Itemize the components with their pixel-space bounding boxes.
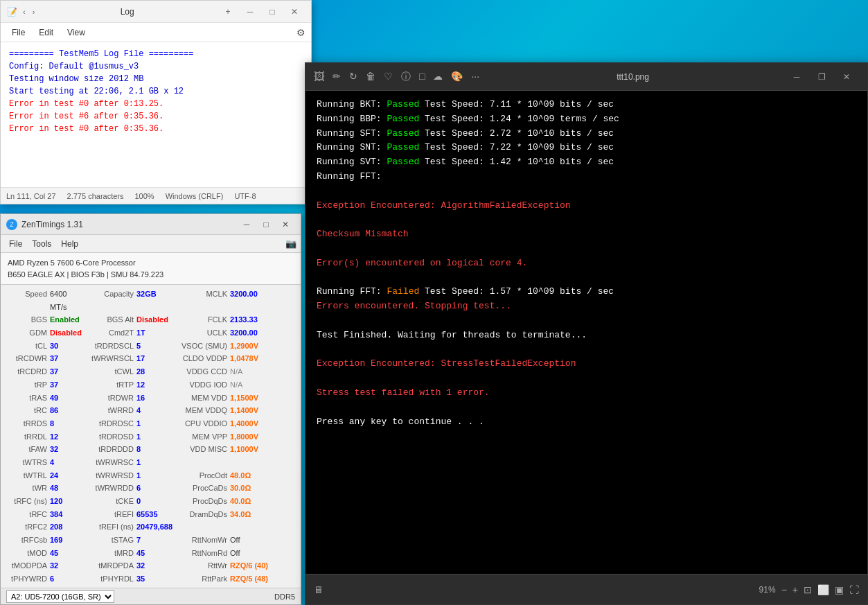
zt-label: tCKE — [85, 495, 136, 508]
zoom-level-text: 91% — [759, 585, 776, 595]
nav-forward-button[interactable]: › — [30, 6, 38, 17]
zt-cpu-info: AMD Ryzen 5 7600 6-Core Processor B650 E… — [1, 253, 301, 285]
memory-slot-select[interactable]: A2: UD5-7200 (16GB, SR) — [6, 590, 114, 603]
zt-label: tWRWRDD — [85, 482, 136, 495]
zt-value: 1 — [136, 430, 168, 444]
zt-label: RttWr — [168, 559, 230, 572]
zt-label: tRAS — [5, 392, 50, 405]
cloud-icon[interactable]: ☁ — [431, 69, 445, 85]
zt-label: tSTAG — [85, 534, 136, 547]
zt-value: 7 — [136, 534, 168, 547]
iv-minimize-button[interactable]: ─ — [784, 64, 809, 89]
zt-value: 384 — [50, 508, 85, 521]
zt-label: tWRRD — [85, 404, 136, 417]
zt-maximize-button[interactable]: □ — [256, 215, 276, 234]
more-icon[interactable]: ··· — [469, 69, 481, 85]
edit-icon[interactable]: ✏ — [330, 69, 343, 85]
table-row: tRC 86 tWRRD 4 MEM VDDQ 1,1400V — [5, 404, 296, 417]
terminal-fft-result: Running FFT: Failed Test Speed: 1.57 * 1… — [317, 285, 856, 299]
table-row: tRFCsb 169 tSTAG 7 RttNomWr Off — [5, 534, 296, 547]
zt-value: 1,1500V — [230, 392, 268, 405]
zt-label: tRDRDDD — [85, 443, 136, 456]
zt-value: 37 — [50, 365, 85, 378]
terminal-stopping: Errors encountered. Stopping test... — [317, 299, 856, 314]
zt-value: 30 — [50, 340, 85, 353]
zt-value: 0 — [136, 495, 168, 508]
close-button[interactable]: ✕ — [283, 1, 305, 23]
zt-value: 1,2900V — [230, 340, 268, 353]
zt-label: CPU VDDIO — [168, 417, 230, 430]
zt-value: 32GB — [136, 288, 168, 313]
heart-icon[interactable]: ♡ — [382, 69, 395, 85]
table-row: tMODPDA 32 tMRDPDA 32 RttWr RZQ/6 (40) — [5, 559, 296, 572]
notepad-nav[interactable]: ‹ › — [20, 6, 37, 17]
zt-close-button[interactable]: ✕ — [276, 215, 295, 234]
iv-close-button[interactable]: ✕ — [834, 64, 859, 89]
zt-menu-help[interactable]: Help — [57, 237, 82, 251]
zt-label: VDDG CCD — [168, 365, 230, 378]
zt-label: ProcOdt — [168, 469, 230, 482]
menu-view[interactable]: View — [62, 25, 91, 40]
zt-label: tMODPDA — [5, 559, 50, 572]
zoom-in-icon[interactable]: + — [792, 584, 798, 595]
terminal-press-key: Press any key to continue . . . — [317, 415, 856, 430]
zt-value: 6 — [50, 572, 85, 586]
zt-label: tPHYRDL — [85, 572, 136, 586]
zt-minimize-button[interactable]: ─ — [237, 215, 256, 234]
fullscreen-icon[interactable]: ⛶ — [849, 584, 859, 595]
minimize-button[interactable]: ─ — [239, 1, 261, 23]
zt-menu-file[interactable]: File — [5, 237, 26, 251]
zt-value: 34.0Ω — [230, 508, 268, 521]
nav-back-button[interactable]: ‹ — [20, 6, 28, 17]
notepad-menubar: File Edit View ⚙ — [1, 23, 311, 42]
zt-value: 3200.00 — [230, 288, 268, 313]
zt-label: tRRDS — [5, 417, 50, 430]
zt-value: 6 — [136, 482, 168, 495]
rotate-icon[interactable]: ↻ — [347, 69, 360, 85]
iv-zoom-controls: − + ⊡ ⬜ ▣ ⛶ — [781, 584, 859, 595]
zt-label: VDDG IOD — [168, 378, 230, 392]
palette-icon[interactable]: 🎨 — [449, 69, 465, 85]
zt-label: BGS — [5, 313, 50, 326]
camera-icon[interactable]: 📷 — [285, 238, 296, 249]
new-tab-button[interactable]: + — [217, 1, 239, 23]
aspect-icon[interactable]: ⬜ — [817, 584, 829, 595]
zt-value: Off — [230, 547, 268, 560]
zt-menu-tools[interactable]: Tools — [28, 237, 55, 251]
notepad-app-icon: 📝 — [6, 6, 17, 17]
notepad-titlebar: 📝 ‹ › Log + ─ □ ✕ — [1, 1, 311, 23]
delete-icon[interactable]: 🗑 — [364, 69, 378, 85]
zt-label: tCWL — [85, 365, 136, 378]
zt-value: 40.0Ω — [230, 495, 268, 508]
cursor-position: Ln 111, Col 27 — [6, 192, 56, 200]
zt-value: 45 — [136, 547, 168, 560]
zt-label: tRC — [5, 404, 50, 417]
zt-label: tRDRDSCL — [85, 340, 136, 353]
iv-image-content: Running BKT: Passed Test Speed: 7.11 * 1… — [305, 91, 867, 574]
log-line-1: Config: Default @1usmus_v3 — [9, 60, 303, 73]
zoom-level: 100% — [135, 192, 154, 200]
zt-label: tMRDPDA — [85, 559, 136, 572]
zt-label: GDM — [5, 326, 50, 340]
table-row: tRFC2 208 tREFI (ns) 20479,688 — [5, 520, 296, 534]
zt-label: tMRD — [85, 547, 136, 560]
zt-value: 86 — [50, 404, 85, 417]
maximize-button[interactable]: □ — [261, 1, 283, 23]
settings-icon[interactable]: ⚙ — [296, 27, 305, 38]
terminal-line — [317, 242, 856, 256]
terminal-exception-2: Exception Encountered: StressTestFailedE… — [317, 357, 856, 371]
iv-window-controls: ─ ❐ ✕ — [784, 64, 859, 89]
zt-value: 32 — [50, 443, 85, 456]
menu-edit[interactable]: Edit — [33, 25, 59, 40]
zt-value — [230, 520, 268, 534]
side-by-side-icon[interactable]: ▣ — [835, 584, 844, 595]
share-icon[interactable]: □ — [417, 69, 427, 85]
zt-label — [168, 520, 230, 534]
info-icon[interactable]: ⓘ — [399, 69, 413, 85]
fit-icon[interactable]: ⊡ — [804, 584, 812, 595]
monitor-icon[interactable]: 🖥 — [314, 584, 324, 595]
iv-maximize-button[interactable]: ❐ — [809, 64, 834, 89]
zt-label: tREFI — [85, 508, 136, 521]
zoom-out-icon[interactable]: − — [781, 584, 787, 595]
menu-file[interactable]: File — [6, 25, 30, 40]
